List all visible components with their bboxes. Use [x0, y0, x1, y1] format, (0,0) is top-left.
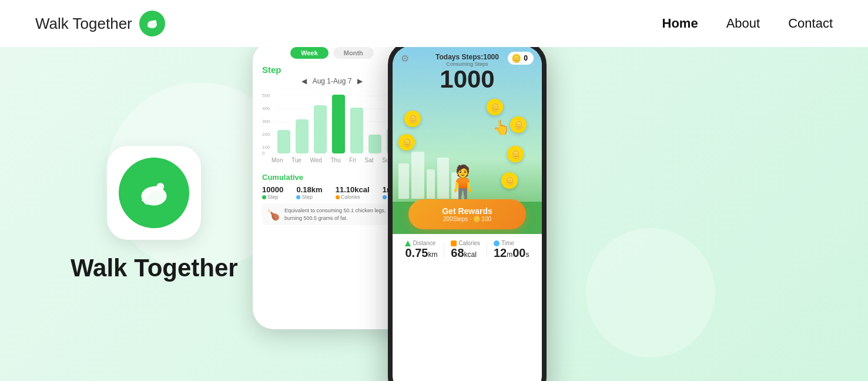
get-rewards-sub: 200Steps · 🪙 100	[434, 216, 500, 222]
phone-rewards: ⚙ 🪙 0 Todays Steps:1000 Consuming Steps …	[388, 47, 547, 381]
app-icon-inner	[119, 158, 189, 228]
todays-steps-label: Todays Steps:1000	[435, 53, 499, 61]
day-wed: Wed	[310, 157, 322, 163]
coin-scatter-6: 🪙	[501, 172, 518, 189]
svg-rect-23	[451, 240, 457, 246]
coin-scatter-4: 🪙	[510, 116, 527, 133]
chart-svg: 500 400 300 200 100 0	[262, 90, 402, 155]
chicken-row: 🍗 Equivalent to consuming 50.1 chicken l…	[262, 203, 402, 225]
bg-circle-2	[586, 228, 715, 357]
svg-text:100: 100	[262, 145, 270, 150]
phone1-tabs: Week Month	[253, 47, 411, 62]
svg-text:500: 500	[262, 93, 270, 98]
coin-scatter-1: 🪙	[404, 111, 421, 127]
svg-point-24	[494, 240, 500, 246]
hero-section: Walk Together Week Month Step ◀ Aug 1-Au…	[0, 47, 868, 381]
tab-week[interactable]: Week	[290, 47, 329, 59]
svg-rect-20	[368, 135, 381, 153]
coin-scatter-2: 🪙	[398, 134, 415, 151]
day-fri: Fri	[349, 157, 356, 163]
walking-character: 🧍	[441, 166, 485, 202]
stat-cal-lbl: Calories	[336, 194, 360, 200]
cumulative-title: Cumulative	[262, 173, 402, 182]
divider-2	[487, 242, 487, 258]
hero-left: Walk Together	[71, 146, 238, 282]
day-tue: Tue	[291, 157, 301, 163]
svg-rect-18	[332, 95, 345, 153]
stat-steps-val: 10000	[262, 185, 283, 194]
nav-home[interactable]: Home	[662, 16, 698, 31]
brand-icon	[139, 11, 165, 36]
chart-day-labels: Mon Tue Wed Thu Fri Sat Sun	[262, 157, 402, 163]
svg-point-1	[153, 20, 156, 23]
p2-stat-distance: Distance 0.75km	[405, 240, 437, 260]
chicken-text: Equivalent to consuming 50.1 chicken leg…	[284, 207, 397, 222]
phone2-inner: ⚙ 🪙 0 Todays Steps:1000 Consuming Steps …	[393, 47, 542, 381]
svg-rect-15	[277, 130, 290, 153]
p2-distance-label: Distance	[405, 240, 435, 246]
nav-about[interactable]: About	[726, 16, 760, 31]
chicken-icon: 🍗	[267, 208, 280, 221]
navbar: Walk Together Home About Contact	[0, 0, 868, 47]
svg-text:400: 400	[262, 106, 270, 111]
stat-km: 0.18km Step	[296, 185, 322, 200]
p2-stat-calories: Calories 68kcal	[451, 240, 480, 260]
app-icon-wrapper	[107, 146, 201, 240]
divider-1	[444, 242, 444, 258]
logo[interactable]: Walk Together	[35, 11, 165, 36]
stat-km-val: 0.18km	[296, 185, 322, 194]
svg-point-3	[157, 183, 165, 190]
get-rewards-label: Get Rewards	[434, 206, 500, 216]
prev-arrow[interactable]: ◀	[301, 77, 307, 85]
day-mon: Mon	[272, 157, 283, 163]
day-sat: Sat	[365, 157, 374, 163]
p2-time-val: 12m00s	[494, 246, 529, 260]
date-range: Aug 1-Aug 7	[313, 77, 352, 85]
p2-calories-label: Calories	[451, 240, 480, 246]
next-arrow[interactable]: ▶	[357, 77, 363, 85]
coin-scatter-3: 🪙	[487, 99, 503, 115]
svg-text:0: 0	[262, 151, 265, 155]
stat-steps: 10000 Step	[262, 185, 283, 200]
cursor-icon: 👆	[492, 119, 510, 136]
phone2-stats: Distance 0.75km Calories 68kcal	[393, 234, 542, 266]
p2-distance-val: 0.75km	[405, 246, 437, 260]
cumulative-stats: 10000 Step 0.18km Step 11.10kcal Calorie…	[262, 185, 402, 200]
stat-cal-val: 11.10kcal	[336, 185, 370, 194]
nav-contact[interactable]: Contact	[788, 16, 833, 31]
tab-month[interactable]: Month	[333, 47, 374, 59]
svg-rect-16	[296, 119, 309, 153]
svg-text:300: 300	[262, 119, 270, 124]
svg-text:200: 200	[262, 132, 270, 137]
stat-cal: 11.10kcal Calories	[336, 185, 370, 200]
p2-time-label: Time	[494, 240, 514, 246]
p2-stat-time: Time 12m00s	[494, 240, 529, 260]
scene: ⚙ 🪙 0 Todays Steps:1000 Consuming Steps …	[393, 47, 542, 234]
get-rewards-button[interactable]: Get Rewards 200Steps · 🪙 100	[408, 199, 526, 229]
stat-km-lbl: Step	[296, 194, 313, 200]
brand-name: Walk Together	[35, 15, 132, 33]
svg-rect-19	[350, 108, 363, 153]
p2-calories-val: 68kcal	[451, 246, 477, 260]
day-thu: Thu	[331, 157, 341, 163]
svg-rect-17	[314, 105, 327, 153]
stat-steps-lbl: Step	[262, 194, 279, 200]
app-title-hero: Walk Together	[71, 254, 238, 282]
coin-scatter-5: 🪙	[507, 146, 524, 162]
svg-marker-22	[405, 240, 411, 246]
nav-links: Home About Contact	[662, 16, 833, 31]
